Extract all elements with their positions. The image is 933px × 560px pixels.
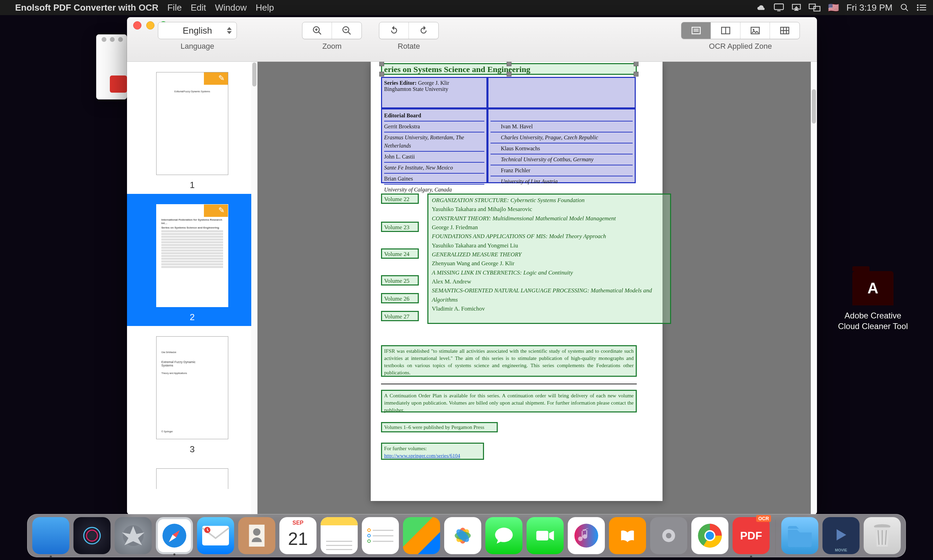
thumb3-pub: © Springer bbox=[161, 430, 173, 433]
svg-point-38 bbox=[253, 528, 260, 535]
zone-para3[interactable]: Volumes 1–6 were published by Pergamon P… bbox=[381, 422, 498, 432]
airplay-icon[interactable] bbox=[791, 3, 801, 12]
svg-point-48 bbox=[666, 533, 671, 538]
zone-para2[interactable]: A Continuation Order Plan is available f… bbox=[381, 390, 637, 412]
v24a: Yasuhiko Takahara and Yongmei Liu bbox=[432, 242, 518, 249]
thumbnail-page-1[interactable]: ✎ Editorial/Fuzzy Dynamic Systems 1 bbox=[127, 62, 257, 194]
menu-help[interactable]: Help bbox=[256, 2, 274, 13]
zone-board-left[interactable]: Editorial Board Gerrit Broekstra Erasmus… bbox=[381, 108, 487, 183]
thumb1-num: 1 bbox=[127, 180, 257, 191]
eb-l5: Brian Gaines bbox=[384, 176, 413, 182]
desktop-icon-adobe-cleaner[interactable]: A Adobe Creative Cloud Cleaner Tool bbox=[833, 271, 912, 331]
dock-launchpad[interactable] bbox=[115, 517, 152, 554]
se-label: Series Editor: bbox=[384, 80, 417, 86]
dock-downloads[interactable] bbox=[781, 517, 818, 554]
dock-photos[interactable] bbox=[444, 517, 481, 554]
dock-contacts[interactable] bbox=[238, 517, 275, 554]
v23: Volume 23 bbox=[384, 224, 410, 231]
dock-maps[interactable] bbox=[403, 517, 440, 554]
language-label: Language bbox=[180, 42, 214, 51]
dock-reminders[interactable] bbox=[362, 517, 399, 554]
zone-board-right[interactable]: Ivan M. Havel Charles University, Prague… bbox=[487, 108, 636, 183]
zoom-out-button[interactable] bbox=[332, 22, 362, 39]
zone-vol-24[interactable]: Volume 24 bbox=[381, 248, 419, 259]
zone-para4[interactable]: For further volumes: http://www.springer… bbox=[381, 443, 484, 460]
dock-finder[interactable] bbox=[32, 517, 69, 554]
horizontal-rule bbox=[381, 384, 637, 384]
clock[interactable]: Fri 3:19 PM bbox=[847, 2, 893, 13]
rotate-left-button[interactable] bbox=[379, 22, 409, 39]
thumbnail-page-4[interactable] bbox=[127, 458, 257, 489]
cal-day: 21 bbox=[288, 528, 308, 549]
v27a: Vladimir A. Fomichov bbox=[432, 305, 485, 312]
thumbnail-sidebar[interactable]: ✎ Editorial/Fuzzy Dynamic Systems 1 ✎ In… bbox=[127, 62, 257, 515]
display-icon[interactable] bbox=[774, 3, 784, 12]
zone-title[interactable]: eries on Systems Science and Engineering bbox=[381, 63, 637, 75]
zone-image-button[interactable] bbox=[741, 22, 770, 39]
screens-icon[interactable] bbox=[809, 3, 821, 12]
thumbnail-page-2[interactable]: ✎ International Federation for Systems R… bbox=[127, 194, 257, 326]
dock-movie[interactable]: MOVIE bbox=[822, 517, 859, 554]
dock-mail[interactable] bbox=[197, 517, 234, 554]
dock-facetime[interactable] bbox=[527, 517, 563, 554]
dock-ibooks[interactable] bbox=[609, 517, 646, 554]
sidebar-scrollbar[interactable] bbox=[251, 62, 257, 515]
zoom-in-button[interactable] bbox=[302, 22, 332, 39]
close-button[interactable] bbox=[133, 21, 142, 29]
spotlight-icon[interactable] bbox=[900, 3, 909, 12]
thumbnail-page-3[interactable]: Gia Sirbiladze Extremal Fuzzy Dynamic Sy… bbox=[127, 326, 257, 458]
zone-table-button[interactable] bbox=[770, 22, 799, 39]
zone-vol-22[interactable]: Volume 22 bbox=[381, 194, 419, 204]
p4a: For further volumes: bbox=[384, 446, 426, 451]
flag-icon[interactable]: 🇺🇸 bbox=[828, 2, 839, 13]
ocr-zone-label: OCR Applied Zone bbox=[709, 42, 772, 51]
menu-edit[interactable]: Edit bbox=[191, 2, 206, 13]
v25a: Zhenyuan Wang and George J. Klir bbox=[432, 260, 514, 267]
dock-itunes[interactable] bbox=[568, 517, 605, 554]
creative-cloud-icon[interactable] bbox=[757, 3, 766, 12]
p4b: http://www.springer.com/series/6104 bbox=[384, 453, 460, 458]
zone-vol-23[interactable]: Volume 23 bbox=[381, 222, 419, 232]
zone-vol-25[interactable]: Volume 25 bbox=[381, 275, 419, 286]
language-group: English Language bbox=[158, 22, 237, 51]
menu-window[interactable]: Window bbox=[215, 2, 246, 13]
dock-chrome[interactable] bbox=[691, 517, 728, 554]
eb-r2: Klaus Kornwachs bbox=[491, 145, 633, 153]
dock-safari[interactable] bbox=[156, 517, 193, 554]
folder-icon: A bbox=[852, 271, 893, 305]
zone-vol-26[interactable]: Volume 26 bbox=[381, 293, 419, 303]
eb-r0: Ivan M. Havel bbox=[491, 123, 633, 131]
page-viewer[interactable]: eries on Systems Science and Engineering… bbox=[257, 62, 817, 515]
dock-siri[interactable] bbox=[74, 517, 111, 554]
zone-para1[interactable]: IFSR was established "to stimulate all a… bbox=[381, 345, 637, 377]
dock-messages[interactable] bbox=[485, 517, 522, 554]
zone-vol-27[interactable]: Volume 27 bbox=[381, 311, 419, 321]
zone-text-button[interactable] bbox=[681, 22, 711, 39]
zoom-group: Zoom bbox=[302, 22, 362, 51]
dock-pdf-app[interactable]: PDFOCR bbox=[733, 517, 770, 554]
minimize-button[interactable] bbox=[146, 21, 154, 29]
dock-trash[interactable] bbox=[864, 517, 901, 554]
zone-series-editor-right[interactable] bbox=[487, 77, 636, 108]
dock-notes[interactable] bbox=[320, 517, 358, 554]
app-name[interactable]: Enolsoft PDF Converter with OCR bbox=[15, 2, 158, 13]
rotate-label: Rotate bbox=[398, 42, 420, 51]
zone-col-button[interactable] bbox=[711, 22, 741, 39]
p1: IFSR was established "to stimulate all a… bbox=[384, 348, 634, 375]
menu-file[interactable]: File bbox=[167, 2, 182, 13]
zone-series-editor[interactable]: Series Editor: George J. Klir Binghamton… bbox=[381, 77, 487, 108]
menu-list-icon[interactable] bbox=[916, 4, 926, 11]
zone-volumes-desc[interactable]: ORGANIZATION STRUCTURE: Cybernetic Syste… bbox=[427, 194, 671, 324]
thumb3-num: 3 bbox=[127, 444, 257, 455]
svg-rect-7 bbox=[920, 5, 926, 6]
language-select[interactable]: English bbox=[158, 22, 237, 39]
svg-point-6 bbox=[917, 5, 919, 6]
dock-calendar[interactable]: SEP21 bbox=[279, 517, 317, 554]
rotate-right-button[interactable] bbox=[409, 22, 438, 39]
main-window: English Language Zoom bbox=[127, 17, 817, 515]
viewer-scrollbar[interactable] bbox=[811, 62, 817, 515]
eb-r3: Technical University of Cottbus, Germany bbox=[491, 155, 633, 164]
v26a: Alex M. Andrew bbox=[432, 278, 471, 285]
dock-settings[interactable] bbox=[650, 517, 687, 554]
svg-line-13 bbox=[318, 32, 321, 35]
